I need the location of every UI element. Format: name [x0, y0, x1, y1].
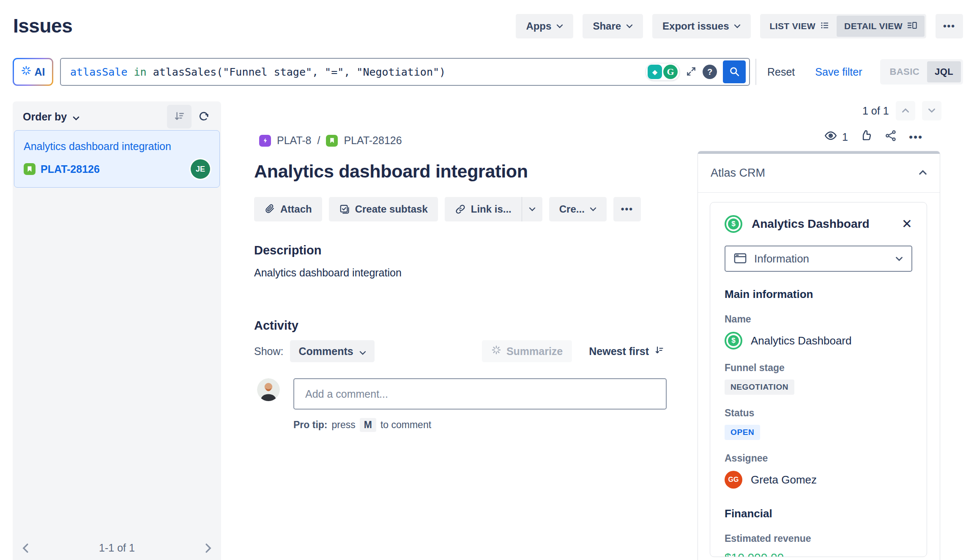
list-view-tab[interactable]: LIST VIEW: [762, 16, 837, 37]
ai-button[interactable]: AI: [13, 58, 53, 86]
protip-press: press: [332, 419, 356, 431]
description-heading: Description: [254, 243, 667, 257]
share-issue-button[interactable]: [884, 129, 897, 145]
eye-icon: [824, 129, 838, 145]
protip-label: Pro tip:: [293, 419, 328, 431]
breadcrumb: PLAT-8 / PLAT-28126: [254, 134, 667, 147]
breadcrumb-separator: /: [317, 134, 320, 147]
assignee-row[interactable]: GG Greta Gomez: [725, 471, 912, 489]
estimated-revenue-value: $10,000.00: [725, 551, 912, 557]
search-button[interactable]: [723, 60, 746, 83]
link-issue-menu-button[interactable]: [522, 197, 542, 221]
jql-input[interactable]: atlasSale in atlasSales("Funnel stage", …: [60, 58, 750, 86]
next-page-button[interactable]: [203, 543, 213, 554]
breadcrumb-parent-link[interactable]: PLAT-8: [277, 134, 312, 147]
attach-button[interactable]: Attach: [254, 197, 322, 221]
chevron-down-icon: [529, 207, 536, 211]
pagination-label: 1-1 of 1: [30, 542, 203, 554]
expand-icon: [686, 66, 697, 78]
create-subtask-label: Create subtask: [355, 203, 428, 215]
crm-card-header: $ Analytics Dashboard ✕: [725, 215, 912, 233]
syntax-help-button[interactable]: ?: [703, 65, 717, 79]
name-value-row[interactable]: $ Analytics Dashboard: [725, 332, 912, 350]
expand-editor-button[interactable]: [686, 66, 697, 78]
current-user-avatar[interactable]: [257, 378, 280, 401]
grammarly-icon[interactable]: G: [663, 65, 678, 79]
show-label: Show:: [254, 345, 283, 358]
issue-more-button[interactable]: •••: [909, 131, 923, 142]
export-issues-button[interactable]: Export issues: [652, 14, 751, 38]
detail-view-label: DETAIL VIEW: [844, 21, 903, 31]
share-button[interactable]: Share: [583, 14, 643, 38]
status-label: Status: [725, 407, 912, 419]
chevron-down-icon: [895, 257, 903, 261]
detail-pager-label: 1 of 1: [862, 105, 889, 117]
issue-item-key: PLAT-28126: [41, 163, 100, 175]
jql-mode-tab[interactable]: JQL: [927, 61, 961, 82]
extension-bulb-icon[interactable]: ◆: [648, 65, 662, 79]
sparkle-icon: [21, 66, 31, 78]
link-icon: [455, 204, 466, 215]
crm-panel-header[interactable]: Atlas CRM: [698, 154, 940, 193]
close-icon: ✕: [902, 217, 912, 231]
name-label: Name: [725, 314, 912, 325]
issue-detail: PLAT-8 / PLAT-28126 Analytics dashboard …: [254, 134, 667, 432]
comment-input[interactable]: [293, 378, 667, 410]
create-subtask-button[interactable]: Create subtask: [329, 197, 438, 221]
sort-direction-button[interactable]: [167, 105, 192, 128]
view-switcher: LIST VIEW DETAIL VIEW: [760, 14, 926, 38]
crm-sale-card: $ Analytics Dashboard ✕ Information Main…: [710, 202, 927, 557]
actions-more-button[interactable]: •••: [613, 197, 641, 221]
financial-heading: Financial: [725, 507, 912, 520]
question-mark-icon: ?: [707, 67, 712, 77]
browser-extensions-pill: ◆ G: [646, 63, 680, 81]
attach-label: Attach: [280, 203, 312, 215]
assignee-avatar[interactable]: JE: [191, 159, 210, 179]
link-issue-button[interactable]: Link is...: [445, 197, 522, 221]
basic-mode-tab[interactable]: BASIC: [882, 61, 927, 82]
crm-view-selector[interactable]: Information: [725, 246, 912, 272]
more-icon: •••: [621, 205, 633, 214]
card-window-icon: [734, 253, 747, 265]
summarize-button[interactable]: Summarize: [482, 340, 572, 362]
apps-button[interactable]: Apps: [516, 14, 573, 38]
comment-sort-button[interactable]: Newest first: [589, 345, 664, 358]
description-body[interactable]: Analytics dashboard integration: [254, 267, 667, 279]
assignee-label: Assignee: [725, 453, 912, 464]
issue-list-item[interactable]: Analytics dashboard integration PLAT-281…: [14, 130, 220, 188]
chevron-down-icon: [556, 24, 563, 28]
next-issue-button[interactable]: [922, 101, 941, 120]
crm-card-title: Analytics Dashboard: [752, 217, 870, 231]
refresh-button[interactable]: [192, 105, 216, 128]
prev-page-button[interactable]: [21, 543, 30, 554]
previous-issue-button[interactable]: [896, 101, 915, 120]
order-by-dropdown[interactable]: Order by: [23, 111, 79, 123]
name-value: Analytics Dashboard: [751, 334, 851, 347]
issues-page: Issues Apps Share Export issues LIST VIE…: [0, 0, 974, 560]
sale-coin-icon: $: [725, 215, 742, 233]
close-card-button[interactable]: ✕: [902, 218, 912, 230]
detail-pager: 1 of 1: [862, 101, 941, 120]
topbar-more-button[interactable]: •••: [936, 14, 963, 38]
sale-coin-icon: $: [725, 332, 742, 350]
query-mode-toggle: BASIC JQL: [880, 59, 963, 85]
save-filter-button[interactable]: Save filter: [815, 66, 862, 78]
protip-suffix: to comment: [380, 419, 431, 431]
like-button[interactable]: [860, 129, 873, 145]
watch-count: 1: [842, 131, 848, 143]
jql-field: atlasSale: [70, 66, 127, 78]
detail-view-tab[interactable]: DETAIL VIEW: [837, 16, 925, 37]
jql-rest: atlasSales("Funnel stage", "=", "Negotia…: [153, 66, 446, 78]
activity-filter-dropdown[interactable]: Comments: [290, 340, 374, 362]
watch-button[interactable]: 1: [824, 129, 848, 145]
collapse-panel-button[interactable]: [919, 170, 927, 176]
create-dropdown-button[interactable]: Cre...: [549, 197, 607, 221]
breadcrumb-issue-link[interactable]: PLAT-28126: [344, 134, 402, 147]
story-icon: [24, 163, 36, 175]
chevron-down-icon: [928, 108, 936, 114]
chevron-down-icon: [73, 111, 79, 123]
comment-composer: [254, 378, 667, 410]
issue-title: Analytics dashboard integration: [254, 161, 667, 182]
jql-query-text: atlasSale in atlasSales("Funnel stage", …: [70, 66, 446, 78]
reset-button[interactable]: Reset: [767, 66, 795, 78]
